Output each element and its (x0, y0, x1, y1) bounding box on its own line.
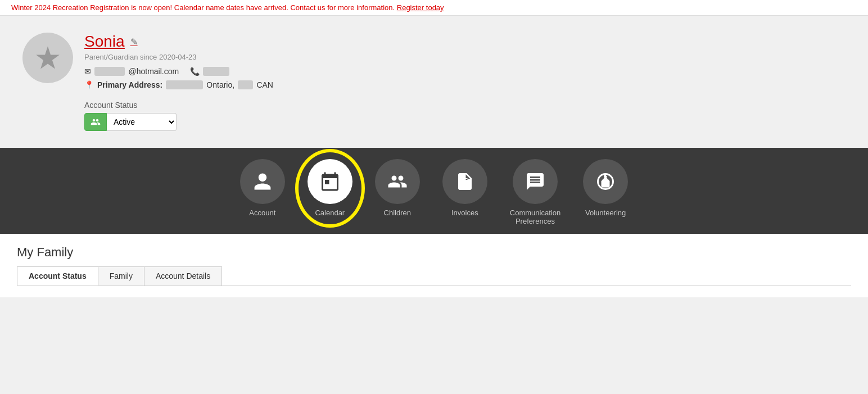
address-row: 📍 Primary Address: Ontario, CAN (84, 80, 846, 89)
star-icon (34, 44, 62, 72)
volunteering-nav-icon (595, 171, 616, 192)
account-status-label: Account Status (84, 101, 846, 110)
profile-section: Sonia ✎ Parent/Guardian since 2020-04-23… (0, 16, 868, 148)
profile-name: Sonia (84, 33, 125, 51)
nav-circle-volunteering (583, 159, 628, 204)
family-title: My Family (17, 245, 851, 260)
contact-row: ✉ @hotmail.com 📞 (84, 67, 846, 76)
tab-family[interactable]: Family (98, 266, 144, 286)
nav-circle-invoices (442, 159, 487, 204)
nav-label-calendar: Calendar (315, 209, 345, 217)
nav-label-account: Account (249, 209, 275, 217)
nav-item-account[interactable]: Account (240, 159, 285, 225)
banner-link[interactable]: Register today (397, 3, 444, 12)
email-blurred (94, 67, 125, 76)
nav-item-invoices[interactable]: Invoices (442, 159, 487, 225)
invoices-nav-icon (455, 171, 475, 192)
nav-label-invoices: Invoices (451, 209, 478, 217)
nav-label-children: Children (384, 209, 411, 217)
nav-item-volunteering[interactable]: Volunteering (583, 159, 628, 225)
tab-account-status[interactable]: Account Status (17, 266, 98, 286)
address-label: Primary Address: (97, 80, 162, 89)
communication-nav-icon (525, 171, 545, 192)
phone-item: 📞 (190, 67, 229, 76)
people-icon (91, 117, 101, 127)
top-banner: Winter 2024 Recreation Registration is n… (0, 0, 868, 16)
address-country: CAN (256, 80, 273, 89)
phone-icon: 📞 (190, 67, 200, 76)
account-status-section: Account Status Active Inactive Suspended (84, 101, 846, 131)
email-icon: ✉ (84, 67, 91, 76)
location-icon: 📍 (84, 80, 94, 89)
address-region-blurred (238, 80, 253, 89)
nav-label-communication: Communication Preferences (510, 209, 560, 225)
status-select[interactable]: Active Inactive Suspended (107, 113, 177, 131)
children-nav-icon (387, 171, 408, 192)
profile-since: Parent/Guardian since 2020-04-23 (84, 53, 846, 61)
nav-circle-calendar (308, 159, 352, 204)
address-province: Ontario, (206, 80, 234, 89)
nav-circle-children (375, 159, 420, 204)
calendar-nav-icon (320, 171, 340, 192)
nav-circle-communication (513, 159, 558, 204)
nav-item-calendar[interactable]: Calendar (308, 159, 352, 225)
avatar (22, 33, 73, 83)
email-item: ✉ @hotmail.com (84, 67, 179, 76)
email-domain: @hotmail.com (128, 67, 179, 76)
nav-item-communication[interactable]: Communication Preferences (510, 159, 560, 225)
tabs-row: Account Status Family Account Details (17, 266, 851, 286)
phone-blurred (203, 67, 229, 76)
tab-account-details[interactable]: Account Details (144, 266, 222, 286)
nav-bar: Account Calendar Children Invoices (0, 148, 868, 234)
family-section: My Family Account Status Family Account … (0, 234, 868, 297)
profile-info: Sonia ✎ Parent/Guardian since 2020-04-23… (84, 33, 846, 131)
nav-circle-account (240, 159, 285, 204)
status-control: Active Inactive Suspended (84, 113, 846, 131)
address-blurred (166, 80, 203, 89)
banner-text: Winter 2024 Recreation Registration is n… (11, 3, 395, 12)
status-icon-button[interactable] (84, 113, 107, 131)
nav-item-children[interactable]: Children (375, 159, 420, 225)
profile-name-row: Sonia ✎ (84, 33, 846, 51)
nav-label-volunteering: Volunteering (585, 209, 626, 217)
account-nav-icon (252, 171, 273, 192)
edit-name-icon[interactable]: ✎ (130, 37, 138, 47)
